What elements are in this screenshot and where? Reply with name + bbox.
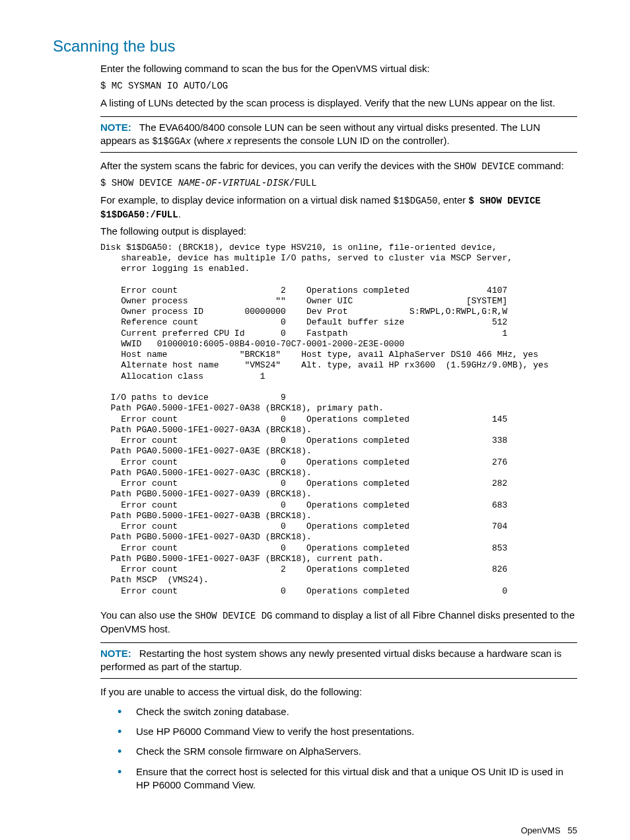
inline-code-italic: x [186, 136, 191, 147]
terminal-output: Disk $1$DGA50: (BRCK18), device type HSV… [100, 243, 577, 597]
text: . [178, 208, 181, 219]
list-item: Ensure that the correct host is selected… [116, 765, 577, 792]
list-item: Check the switch zoning database. [116, 705, 577, 718]
cmd-part: /FULL [289, 178, 317, 188]
footer-page-number: 55 [568, 825, 577, 835]
section-heading: Scanning the bus [53, 36, 577, 57]
paragraph: The following output is displayed: [100, 225, 577, 238]
text: After the system scans the fabric for de… [100, 160, 454, 171]
note-label: NOTE: [100, 122, 131, 133]
paragraph: If you are unable to access the virtual … [100, 685, 577, 699]
paragraph: A listing of LUNs detected by the scan p… [100, 96, 577, 110]
cmd-part: $ SHOW DEVICE [100, 178, 178, 188]
footer-section: OpenVMS [521, 825, 561, 835]
inline-code: SHOW DEVICE [454, 161, 514, 172]
text: For example, to display device informati… [100, 194, 394, 206]
bullet-list: Check the switch zoning database. Use HP… [100, 705, 577, 792]
text: You can also use the [100, 609, 195, 621]
note-label: NOTE: [100, 648, 131, 659]
page-footer: OpenVMS 55 [53, 825, 577, 837]
paragraph: Enter the following command to scan the … [100, 62, 577, 75]
cmd-placeholder: NAME-OF-VIRTUAL-DISK [178, 178, 289, 188]
note-text: Restarting the host system shows any new… [100, 648, 561, 672]
inline-code: $1$GGA [152, 136, 185, 147]
body-content: Enter the following command to scan the … [100, 62, 577, 792]
command-line: $ SHOW DEVICE NAME-OF-VIRTUAL-DISK/FULL [100, 177, 577, 190]
note-text: represents the console LUN ID on the con… [231, 135, 449, 146]
note-box: NOTE:Restarting the host system shows an… [100, 642, 577, 679]
inline-code: $1$DGA50 [394, 196, 438, 206]
note-box: NOTE:The EVA6400/8400 console LUN can be… [100, 116, 577, 153]
text: command: [515, 160, 564, 171]
list-item: Use HP P6000 Command View to verify the … [116, 725, 577, 738]
note-text: (where [191, 135, 227, 146]
list-item: Check the SRM console firmware on AlphaS… [116, 745, 577, 758]
inline-code: SHOW DEVICE DG [195, 611, 273, 621]
paragraph: You can also use the SHOW DEVICE DG comm… [100, 609, 577, 636]
text: , enter [438, 194, 469, 206]
command-line: $ MC SYSMAN IO AUTO/LOG [100, 80, 577, 93]
paragraph: For example, to display device informati… [100, 194, 577, 221]
paragraph: After the system scans the fabric for de… [100, 159, 577, 173]
